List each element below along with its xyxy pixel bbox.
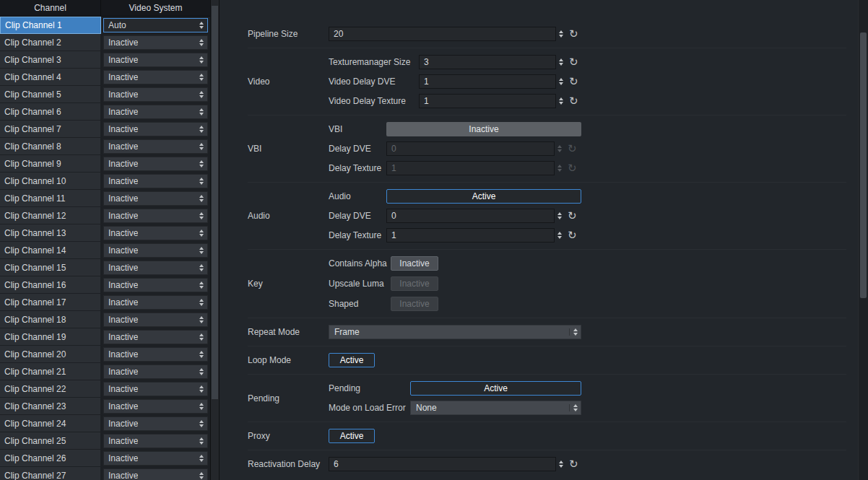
dropdown-arrows-icon — [569, 404, 578, 411]
channel-cell[interactable]: Clip Channel 9 — [0, 155, 101, 173]
channel-cell[interactable]: Clip Channel 15 — [0, 259, 101, 276]
video-system-dropdown[interactable]: Inactive — [103, 243, 208, 258]
spinner-arrows-icon — [557, 165, 562, 172]
reset-icon[interactable]: ↻ — [568, 211, 577, 221]
loop-mode-toggle-button[interactable]: Active — [329, 353, 375, 367]
reset-icon[interactable]: ↻ — [569, 57, 578, 67]
clip-channel-config-window: Channel Video System Clip Channel 1AutoC… — [0, 0, 868, 480]
channel-cell[interactable]: Clip Channel 13 — [0, 224, 101, 242]
channel-cell[interactable]: Clip Channel 17 — [0, 294, 101, 311]
channel-cell[interactable]: Clip Channel 14 — [0, 242, 101, 259]
video-system-dropdown[interactable]: Inactive — [103, 347, 208, 362]
video-system-dropdown[interactable]: Inactive — [103, 139, 208, 154]
scrollbar-thumb[interactable] — [212, 6, 218, 399]
channel-cell[interactable]: Clip Channel 20 — [0, 346, 101, 363]
video-system-value: Inactive — [108, 315, 138, 325]
video-system-value: Inactive — [108, 124, 138, 134]
video-system-value: Inactive — [108, 72, 138, 82]
audio-delay-dve-input[interactable] — [386, 209, 555, 223]
channel-cell[interactable]: Clip Channel 8 — [0, 138, 101, 155]
video-system-dropdown[interactable]: Inactive — [103, 434, 208, 448]
channel-cell[interactable]: Clip Channel 27 — [0, 467, 101, 480]
scrollbar-thumb[interactable] — [860, 32, 867, 298]
proxy-toggle-button[interactable]: Active — [329, 429, 375, 443]
video-system-dropdown[interactable]: Inactive — [103, 468, 208, 480]
mode-on-load-error-dropdown[interactable]: None — [410, 401, 581, 415]
channel-cell[interactable]: Clip Channel 11 — [0, 190, 101, 207]
video-system-dropdown[interactable]: Inactive — [103, 209, 208, 223]
channel-cell[interactable]: Clip Channel 12 — [0, 207, 101, 224]
channel-cell[interactable]: Clip Channel 4 — [0, 69, 101, 86]
reset-icon[interactable]: ↻ — [569, 459, 578, 469]
channel-list-scrollbar[interactable] — [210, 0, 220, 480]
channel-cell[interactable]: Clip Channel 10 — [0, 173, 101, 190]
reset-icon[interactable]: ↻ — [569, 77, 578, 87]
video-delay-dve-input[interactable] — [419, 74, 556, 89]
reactivation-delay-input[interactable] — [329, 457, 556, 471]
video-system-dropdown[interactable]: Inactive — [103, 365, 208, 379]
video-delay-texture-input[interactable] — [419, 94, 556, 108]
reset-icon[interactable]: ↻ — [569, 96, 578, 106]
video-system-dropdown[interactable]: Inactive — [103, 70, 208, 84]
spinner-arrows-icon[interactable] — [559, 461, 563, 468]
texturemanager-size-input[interactable] — [419, 55, 556, 69]
video-system-dropdown[interactable]: Inactive — [103, 226, 208, 240]
channel-cell[interactable]: Clip Channel 3 — [0, 51, 101, 69]
channel-cell[interactable]: Clip Channel 21 — [0, 363, 101, 380]
spinner-arrows-icon[interactable] — [557, 212, 562, 219]
reactivation-delay-label: Reactivation Delay — [248, 457, 329, 471]
channel-cell[interactable]: Clip Channel 19 — [0, 328, 101, 346]
spinner-arrows-icon[interactable] — [559, 97, 563, 105]
pending-toggle-button[interactable]: Active — [410, 381, 581, 396]
contains-alpha-toggle-button[interactable]: Inactive — [391, 256, 438, 271]
video-system-dropdown[interactable]: Inactive — [103, 35, 208, 50]
reset-icon[interactable]: ↻ — [569, 29, 578, 39]
video-system-dropdown[interactable]: Inactive — [103, 278, 208, 292]
reset-icon[interactable]: ↻ — [568, 230, 577, 240]
video-system-dropdown[interactable]: Inactive — [103, 174, 208, 188]
video-system-dropdown[interactable]: Inactive — [103, 399, 208, 414]
video-system-dropdown[interactable]: Inactive — [103, 122, 208, 136]
video-system-cell: Inactive — [101, 311, 210, 328]
channel-cell[interactable]: Clip Channel 5 — [0, 86, 101, 103]
video-system-dropdown[interactable]: Inactive — [103, 295, 208, 310]
channel-cell[interactable]: Clip Channel 18 — [0, 311, 101, 328]
spinner-arrows-icon[interactable] — [559, 58, 563, 66]
video-system-dropdown[interactable]: Inactive — [103, 261, 208, 275]
vbi-toggle-button[interactable]: Inactive — [386, 122, 581, 136]
video-system-dropdown[interactable]: Inactive — [103, 451, 208, 466]
video-system-dropdown[interactable]: Inactive — [103, 416, 208, 431]
channel-cell[interactable]: Clip Channel 1 — [0, 17, 101, 34]
upscale-luma-label: Upscale Luma — [329, 279, 391, 289]
audio-delay-texture-input[interactable] — [386, 228, 555, 243]
channel-cell[interactable]: Clip Channel 24 — [0, 415, 101, 432]
dropdown-arrows-icon — [199, 230, 204, 237]
video-system-dropdown[interactable]: Inactive — [103, 53, 208, 67]
video-system-dropdown[interactable]: Inactive — [103, 87, 208, 102]
pipeline-size-input[interactable] — [329, 27, 556, 41]
spinner-arrows-icon[interactable] — [557, 232, 562, 239]
channel-cell[interactable]: Clip Channel 26 — [0, 450, 101, 467]
channel-cell[interactable]: Clip Channel 22 — [0, 380, 101, 398]
vbi-delay-texture-input — [386, 161, 555, 175]
video-delay-dve-label: Video Delay DVE — [329, 77, 419, 87]
repeat-mode-dropdown[interactable]: Frame — [329, 325, 581, 339]
channel-cell[interactable]: Clip Channel 6 — [0, 103, 101, 121]
settings-scrollbar[interactable] — [858, 0, 868, 480]
video-system-dropdown[interactable]: Inactive — [103, 330, 208, 344]
video-system-dropdown[interactable]: Inactive — [103, 191, 208, 206]
channel-cell[interactable]: Clip Channel 25 — [0, 432, 101, 450]
channel-cell[interactable]: Clip Channel 23 — [0, 398, 101, 415]
channel-cell[interactable]: Clip Channel 7 — [0, 121, 101, 138]
video-system-dropdown[interactable]: Auto — [103, 18, 208, 32]
video-system-dropdown[interactable]: Inactive — [103, 382, 208, 396]
channel-cell[interactable]: Clip Channel 2 — [0, 34, 101, 51]
video-system-cell: Inactive — [101, 190, 210, 207]
audio-toggle-button[interactable]: Active — [386, 189, 581, 204]
video-system-dropdown[interactable]: Inactive — [103, 157, 208, 171]
video-system-dropdown[interactable]: Inactive — [103, 313, 208, 327]
channel-cell[interactable]: Clip Channel 16 — [0, 276, 101, 294]
spinner-arrows-icon[interactable] — [559, 30, 563, 38]
spinner-arrows-icon[interactable] — [559, 78, 563, 85]
video-system-dropdown[interactable]: Inactive — [103, 105, 208, 119]
